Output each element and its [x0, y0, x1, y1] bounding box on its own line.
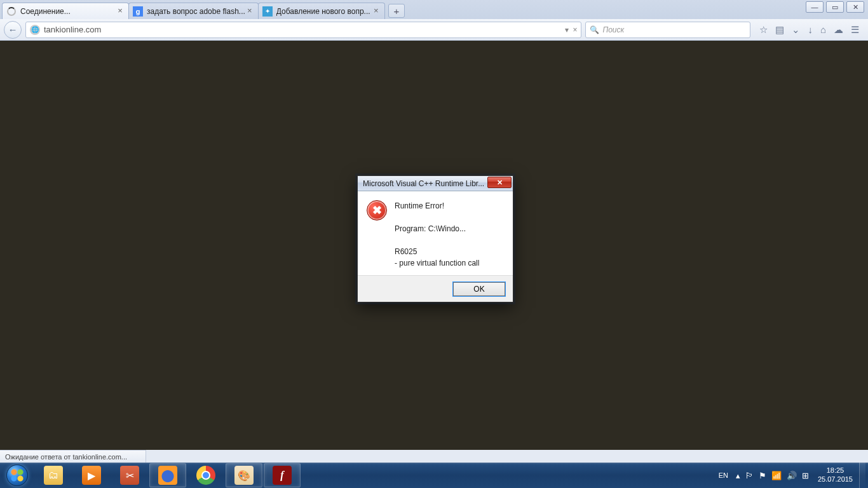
ok-button[interactable]: OK	[453, 282, 505, 296]
error-icon: ✖	[367, 200, 387, 220]
taskbar-media-player[interactable]: ▶	[73, 463, 110, 487]
snipping-icon: ✂	[120, 466, 139, 485]
clock-time: 18:25	[818, 466, 853, 475]
pocket-icon[interactable]: ⌄	[792, 24, 800, 36]
loading-icon	[6, 6, 17, 17]
explorer-icon: 🗂	[44, 466, 63, 485]
tab-google[interactable]: g задать вопрос adobe flash... ×	[128, 3, 259, 19]
search-placeholder: Поиск	[602, 25, 624, 34]
status-bar: Ожидание ответа от tankionline.com...	[0, 450, 146, 463]
close-icon[interactable]: ×	[372, 7, 381, 16]
tab-label: задать вопрос adobe flash...	[147, 7, 245, 16]
tray-network-icon[interactable]: 📶	[769, 471, 784, 480]
window-controls: ― ▭ ✕	[806, 1, 864, 13]
chat-icon[interactable]: ☁	[834, 24, 843, 36]
stop-icon[interactable]: ×	[573, 25, 577, 34]
tray-volume-icon[interactable]: 🔊	[784, 471, 799, 480]
clock-date: 25.07.2015	[818, 475, 853, 484]
url-text: tankionline.com	[44, 25, 565, 34]
maximize-button[interactable]: ▭	[826, 1, 844, 13]
tray-flag-icon[interactable]: 🏳	[743, 471, 756, 480]
bookmark-icon[interactable]: ☆	[759, 24, 768, 36]
dialog-footer: OK	[358, 275, 513, 302]
media-player-icon: ▶	[82, 466, 101, 485]
tray-chevron-icon[interactable]: ▴	[733, 471, 743, 480]
tab-question[interactable]: ✦ Добавление нового вопр... ×	[258, 3, 385, 19]
language-indicator[interactable]: EN	[714, 471, 733, 479]
home-icon[interactable]: ⌂	[820, 24, 826, 36]
flash-icon: f	[273, 466, 292, 485]
tab-label: Соединение...	[20, 7, 116, 16]
tab-label: Добавление нового вопр...	[276, 7, 372, 16]
taskbar-firefox[interactable]	[149, 463, 186, 487]
site-icon: ✦	[262, 6, 273, 17]
close-icon[interactable]: ×	[116, 7, 125, 16]
dialog-message: Runtime Error! Program: C:\Windo... R602…	[395, 200, 479, 269]
search-bar[interactable]: 🔍 Поиск	[585, 22, 750, 38]
tab-active[interactable]: Соединение... ×	[2, 3, 129, 19]
menu-icon[interactable]: ☰	[851, 24, 859, 36]
url-right: ▾ ×	[565, 25, 577, 34]
status-text: Ожидание ответа от tankionline.com...	[5, 453, 127, 461]
dialog-close-button[interactable]: ✕	[487, 177, 512, 188]
dialog-body: ✖ Runtime Error! Program: C:\Windo... R6…	[358, 191, 513, 275]
new-tab-button[interactable]: +	[388, 4, 405, 18]
chrome-icon	[196, 466, 215, 485]
dropdown-icon[interactable]: ▾	[565, 25, 569, 34]
google-icon: g	[133, 6, 143, 17]
tray-security-icon[interactable]: ⚑	[756, 471, 769, 480]
tray-action-center-icon[interactable]: ⊞	[799, 471, 811, 480]
address-bar[interactable]: 🌐 tankionline.com ▾ ×	[25, 22, 581, 38]
dialog-titlebar[interactable]: Microsoft Visual C++ Runtime Libr... ✕	[358, 176, 513, 191]
close-icon[interactable]: ×	[245, 7, 254, 16]
close-window-button[interactable]: ✕	[846, 1, 864, 13]
toolbar-icons: ☆ ▤ ⌄ ↓ ⌂ ☁ ☰	[754, 24, 864, 36]
windows-orb-icon	[6, 464, 28, 486]
back-button[interactable]: ←	[4, 21, 22, 39]
error-dialog: Microsoft Visual C++ Runtime Libr... ✕ ✖…	[357, 175, 513, 302]
taskbar-explorer[interactable]: 🗂	[35, 463, 72, 487]
downloads-icon[interactable]: ↓	[808, 24, 813, 36]
show-desktop-button[interactable]	[859, 463, 865, 488]
start-button[interactable]	[0, 463, 34, 488]
tab-strip: Соединение... × g задать вопрос adobe fl…	[0, 0, 868, 19]
taskbar: 🗂 ▶ ✂ f EN ▴ 🏳 ⚑ 📶 🔊 ⊞ 18:25 25.07.2015	[0, 463, 868, 488]
paint-icon	[234, 466, 254, 485]
reader-icon[interactable]: ▤	[775, 24, 784, 36]
taskbar-flash[interactable]: f	[264, 463, 301, 487]
globe-icon: 🌐	[30, 25, 40, 35]
minimize-button[interactable]: ―	[806, 1, 824, 13]
taskbar-paint[interactable]	[226, 463, 262, 487]
search-icon: 🔍	[590, 25, 599, 34]
clock[interactable]: 18:25 25.07.2015	[811, 466, 859, 484]
taskbar-snipping[interactable]: ✂	[111, 463, 148, 487]
system-tray: EN ▴ 🏳 ⚑ 📶 🔊 ⊞ 18:25 25.07.2015	[714, 463, 868, 488]
nav-toolbar: ← 🌐 tankionline.com ▾ × 🔍 Поиск ☆ ▤ ⌄ ↓ …	[0, 19, 868, 41]
taskbar-chrome[interactable]	[187, 463, 224, 487]
firefox-icon	[158, 466, 177, 485]
